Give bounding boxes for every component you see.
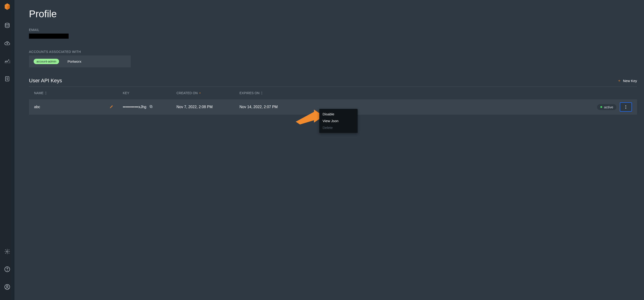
status-badge: active — [597, 104, 616, 110]
sort-icon — [199, 92, 201, 94]
email-label: EMAIL — [29, 28, 644, 32]
svg-point-4 — [7, 270, 7, 271]
status-dot-icon — [600, 106, 602, 108]
svg-point-0 — [5, 23, 9, 25]
account-row: account-admin Portworx — [29, 55, 131, 67]
role-badge: account-admin — [34, 59, 59, 64]
account-name: Portworx — [68, 59, 81, 63]
new-key-button[interactable]: ＋ New Key — [618, 78, 637, 83]
svg-rect-7 — [150, 106, 152, 108]
copy-icon[interactable] — [149, 105, 153, 109]
user-icon[interactable] — [2, 282, 12, 292]
api-keys-title: User API Keys — [29, 78, 62, 84]
email-value-redacted — [29, 33, 68, 39]
menu-disable[interactable]: Disable — [319, 111, 358, 118]
menu-view-json[interactable]: View Json — [319, 118, 358, 124]
expires-on: Nov 14, 2022, 2:07 PM — [240, 105, 321, 109]
row-actions-menu: Disable View Json Delete — [319, 109, 358, 133]
pencil-icon[interactable] — [110, 105, 114, 109]
table-header: NAME KEY CREATED ON EXPIRES ON — [29, 87, 637, 99]
svg-point-2 — [6, 251, 8, 252]
svg-point-9 — [625, 105, 626, 106]
svg-rect-8 — [150, 105, 152, 107]
plus-icon: ＋ — [618, 78, 621, 83]
col-created[interactable]: CREATED ON — [176, 91, 240, 95]
sort-icon — [261, 91, 263, 95]
svg-point-6 — [6, 286, 8, 287]
key-value: ••••••••••••xJhg — [123, 105, 146, 109]
key-name: abc — [34, 105, 40, 109]
row-actions-button[interactable] — [620, 102, 632, 112]
created-on: Nov 7, 2022, 2:08 PM — [176, 105, 240, 109]
accounts-label: ACCOUNTS ASSOCIATED WITH — [29, 50, 644, 54]
brand-logo — [4, 3, 10, 12]
database-icon[interactable] — [2, 21, 12, 30]
sort-icon — [45, 91, 47, 95]
gear-icon[interactable] — [2, 247, 12, 256]
help-icon[interactable] — [2, 265, 12, 274]
analytics-icon[interactable] — [2, 56, 12, 66]
svg-point-11 — [625, 108, 626, 109]
main-content: Profile EMAIL ACCOUNTS ASSOCIATED WITH a… — [14, 0, 644, 300]
page-title: Profile — [29, 8, 644, 19]
col-expires[interactable]: EXPIRES ON — [240, 91, 321, 95]
billing-icon[interactable] — [2, 74, 12, 83]
cloud-upload-icon[interactable] — [2, 39, 12, 48]
sidebar — [0, 0, 14, 300]
svg-point-10 — [625, 107, 626, 107]
menu-delete: Delete — [319, 124, 358, 131]
col-key: KEY — [123, 91, 176, 95]
col-name[interactable]: NAME — [34, 91, 123, 95]
